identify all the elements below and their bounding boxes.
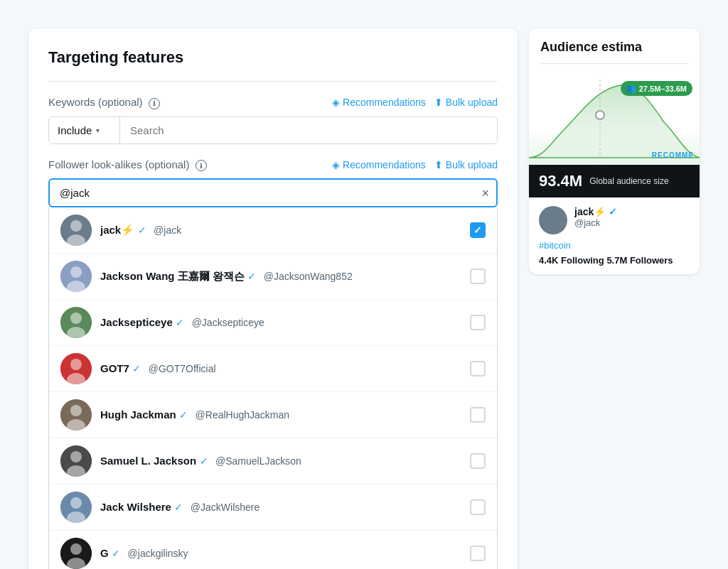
svg-point-10 <box>70 359 82 370</box>
result-display-name: GOT7 <box>100 362 129 374</box>
profile-preview: jack⚡ ✓ @jack #bitcoin 4.4K Following 5.… <box>529 197 700 274</box>
result-checkbox[interactable] <box>470 499 486 515</box>
result-handle: @GOT7Official <box>149 363 216 374</box>
follower-search-input[interactable] <box>48 178 498 207</box>
result-info: Samuel L. Jackson ✓ @SamuelLJackson <box>100 455 470 467</box>
result-avatar <box>60 538 92 569</box>
result-verified-badge: ✓ <box>247 271 256 282</box>
result-avatar <box>60 445 92 477</box>
svg-point-13 <box>70 405 82 416</box>
global-audience-label: Global audience size <box>589 176 668 186</box>
upload-icon: ⬆ <box>434 97 443 108</box>
preview-stats: 4.4K Following 5.7M Followers <box>539 255 690 266</box>
search-results-dropdown: jack⚡ ✓ @jack✓ Jackson Wang 王嘉爾 왕잭슨 ✓ @J… <box>48 207 498 569</box>
result-checkbox[interactable] <box>470 546 486 561</box>
result-info: Jacksepticeye ✓ @Jacksepticeye <box>100 316 470 329</box>
follower-label-group: Follower look-alikes (optional) ℹ <box>48 158 207 172</box>
include-dropdown[interactable]: Include ▾ <box>49 117 120 143</box>
keywords-actions: ◈ Recommendations ⬆ Bulk upload <box>332 97 498 108</box>
follower-info-icon[interactable]: ℹ <box>196 160 207 171</box>
result-verified-badge: ✓ <box>174 502 183 513</box>
result-verified-badge: ✓ <box>200 455 208 467</box>
result-handle: @Jacksepticeye <box>192 317 264 328</box>
result-item[interactable]: Jackson Wang 王嘉爾 왕잭슨 ✓ @JacksonWang852 <box>49 254 497 300</box>
page-title: Targeting features <box>48 48 498 67</box>
preview-avatar <box>539 206 567 234</box>
result-checkbox[interactable] <box>470 453 486 469</box>
verified-badge: ✓ <box>609 206 617 217</box>
targeting-panel: Targeting features Keywords (optional) ℹ… <box>28 28 518 569</box>
result-avatar <box>60 353 92 384</box>
follower-actions: ◈ Recommendations ⬆ Bulk upload <box>332 159 498 170</box>
preview-handle: @jack <box>574 217 617 228</box>
svg-point-22 <box>70 543 82 555</box>
result-handle: @SamuelLJackson <box>215 455 301 467</box>
result-item[interactable]: G ✓ @jackgilinsky <box>49 531 497 569</box>
preview-user-info: jack⚡ ✓ @jack <box>574 206 617 228</box>
result-item[interactable]: Jack Wilshere ✓ @JackWilshere <box>49 484 497 531</box>
result-avatar <box>60 261 92 292</box>
result-checkbox[interactable]: ✓ <box>470 222 486 238</box>
recommendations-icon: ◈ <box>332 97 340 108</box>
upload-icon-2: ⬆ <box>434 159 443 170</box>
keywords-section-header: Keywords (optional) ℹ ◈ Recommendations … <box>48 96 498 109</box>
result-name-row: Jacksepticeye ✓ @Jacksepticeye <box>100 316 470 329</box>
svg-point-7 <box>70 313 82 324</box>
result-info: Jackson Wang 王嘉爾 왕잭슨 ✓ @JacksonWang852 <box>100 270 470 283</box>
follower-recommendations-link[interactable]: ◈ Recommendations <box>332 159 426 170</box>
keywords-bulk-upload-link[interactable]: ⬆ Bulk upload <box>434 97 498 108</box>
clear-search-button[interactable]: × <box>481 187 489 200</box>
result-item[interactable]: jack⚡ ✓ @jack✓ <box>49 207 497 254</box>
result-avatar <box>60 307 92 338</box>
keywords-search-input[interactable] <box>120 117 497 143</box>
result-handle: @JacksonWang852 <box>264 271 353 282</box>
follower-bulk-upload-link[interactable]: ⬆ Bulk upload <box>434 159 498 170</box>
svg-point-19 <box>70 497 82 509</box>
result-handle: @JackWilshere <box>191 502 259 513</box>
keywords-info-icon[interactable]: ℹ <box>149 98 160 109</box>
result-item[interactable]: Samuel L. Jackson ✓ @SamuelLJackson <box>49 438 497 484</box>
preview-hashtag: #bitcoin <box>539 240 690 251</box>
recommendations-icon-2: ◈ <box>332 159 340 170</box>
preview-name: jack⚡ ✓ <box>574 206 617 217</box>
audience-header: Audience estima <box>529 28 700 64</box>
follower-label: Follower look-alikes (optional) <box>48 158 193 170</box>
keywords-recommendations-link[interactable]: ◈ Recommendations <box>332 97 426 108</box>
svg-point-16 <box>70 451 82 462</box>
result-item[interactable]: GOT7 ✓ @GOT7Official <box>49 346 497 392</box>
result-display-name: jack⚡ <box>100 224 134 236</box>
result-avatar <box>60 399 92 430</box>
audience-divider <box>540 63 688 64</box>
result-checkbox[interactable] <box>470 361 486 376</box>
svg-point-1 <box>70 220 82 232</box>
global-audience-number: 93.4M <box>539 172 582 190</box>
audience-title: Audience estima <box>540 40 688 55</box>
result-handle: @jackgilinsky <box>128 548 188 559</box>
right-panel: Audience estima <box>529 28 700 569</box>
result-info: jack⚡ ✓ @jack <box>100 224 470 237</box>
result-verified-badge: ✓ <box>179 409 188 421</box>
result-name-row: jack⚡ ✓ @jack <box>100 224 470 237</box>
people-icon: 👥 <box>626 84 636 93</box>
result-name-row: Hugh Jackman ✓ @RealHughJackman <box>100 408 470 421</box>
result-avatar <box>60 215 92 246</box>
audience-card: Audience estima <box>529 28 700 274</box>
chevron-down-icon: ▾ <box>96 126 100 134</box>
result-checkbox[interactable] <box>470 269 486 284</box>
result-item[interactable]: Hugh Jackman ✓ @RealHughJackman <box>49 392 497 438</box>
result-display-name: Jackson Wang 王嘉爾 왕잭슨 <box>100 270 245 282</box>
result-verified-badge: ✓ <box>176 317 184 328</box>
result-name-row: Jackson Wang 王嘉爾 왕잭슨 ✓ @JacksonWang852 <box>100 270 470 283</box>
result-checkbox[interactable] <box>470 407 486 423</box>
checkmark-icon: ✓ <box>473 224 482 236</box>
keywords-label-group: Keywords (optional) ℹ <box>48 96 160 109</box>
preview-user: jack⚡ ✓ @jack <box>539 206 690 234</box>
result-checkbox[interactable] <box>470 315 486 330</box>
result-item[interactable]: Jacksepticeye ✓ @Jacksepticeye <box>49 300 497 346</box>
result-display-name: Hugh Jackman <box>100 408 176 421</box>
result-verified-badge: ✓ <box>112 548 120 559</box>
global-audience-bar: 93.4M Global audience size <box>529 165 700 197</box>
result-name-row: GOT7 ✓ @GOT7Official <box>100 362 470 375</box>
audience-bubble: 👥 27.5M–33.6M <box>621 81 692 96</box>
result-name-row: Samuel L. Jackson ✓ @SamuelLJackson <box>100 455 470 467</box>
